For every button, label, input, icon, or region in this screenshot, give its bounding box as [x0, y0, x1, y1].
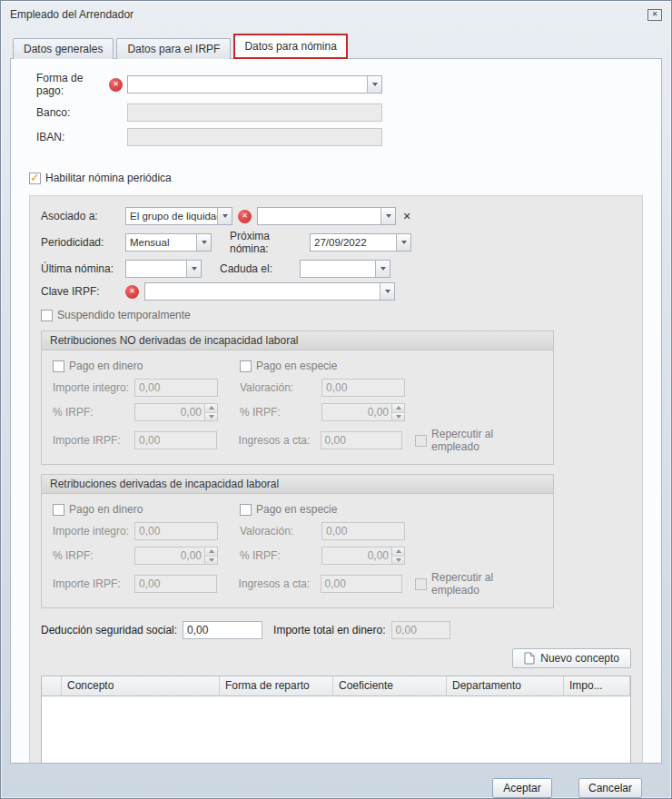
spin-down-icon: [392, 413, 404, 421]
irpf-pct-spinner: 0,00: [321, 403, 405, 421]
pago-dinero-checkbox[interactable]: [53, 504, 64, 516]
error-icon: ✕: [125, 285, 139, 299]
importe-integro-input: 0,00: [134, 379, 218, 397]
asociado-tipo-combo[interactable]: El grupo de liquidación: [125, 207, 232, 225]
clear-icon[interactable]: ✕: [400, 209, 414, 223]
ingresos-cta-label: Ingresos a cta:: [239, 434, 321, 447]
irpf-pct-label: % IRPF:: [53, 549, 134, 562]
close-icon[interactable]: ✕: [647, 9, 662, 21]
periodicidad-label: Periodicidad:: [41, 236, 125, 249]
deduccion-input[interactable]: 0,00: [183, 621, 262, 639]
caduca-el-label: Caduda el:: [220, 262, 300, 275]
pago-dinero-label: Pago en dinero: [69, 503, 143, 516]
irpf-pct-spinner: 0,00: [134, 403, 218, 421]
asociado-label: Asociado a:: [41, 210, 125, 222]
valoracion-input: 0,00: [321, 522, 405, 540]
repercutir-label: Repercutir al empleado: [431, 571, 542, 597]
irpf-pct-label: % IRPF:: [53, 406, 134, 419]
pago-especie-label: Pago en especie: [256, 503, 337, 516]
aceptar-button[interactable]: Aceptar: [492, 778, 552, 798]
banco-input: [127, 104, 382, 122]
caduca-el-datepicker[interactable]: [300, 260, 390, 278]
chevron-down-icon[interactable]: [217, 208, 232, 224]
grid-column-departamento[interactable]: Departamento: [447, 676, 564, 696]
repercutir-checkbox: [415, 578, 427, 590]
valoracion-label: Valoración:: [240, 381, 321, 394]
importe-total-label: Importe total en dinero:: [273, 624, 385, 636]
pago-especie-checkbox[interactable]: [240, 504, 252, 516]
tab-datos-irpf[interactable]: Datos para el IRPF: [116, 38, 231, 59]
irpf-pct-label: % IRPF:: [240, 549, 321, 562]
proxima-nomina-datepicker[interactable]: 27/09/2022: [310, 233, 411, 252]
periodicidad-combo[interactable]: Mensual: [125, 233, 212, 252]
grid-column-importe[interactable]: Impo...: [564, 676, 630, 696]
grid-column-concepto[interactable]: Concepto: [62, 676, 220, 696]
asociado-entidad-combo[interactable]: [257, 207, 396, 225]
iban-label: IBAN:: [36, 131, 64, 143]
suspendido-checkbox[interactable]: [41, 310, 53, 321]
dialog-window: Empleado del Arrendador ✕ Datos generale…: [0, 0, 672, 799]
grid-indicator-header: [42, 676, 62, 696]
habilitar-nomina-checkbox[interactable]: [29, 173, 41, 184]
grid-column-forma-reparto[interactable]: Forma de reparto: [220, 676, 333, 696]
irpf-pct-spinner: 0,00: [321, 547, 405, 565]
repercutir-label: Repercutir al empleado: [431, 428, 542, 453]
importe-total-input: 0,00: [391, 621, 450, 639]
chevron-down-icon[interactable]: [375, 261, 390, 277]
spin-up-icon: [205, 404, 217, 413]
importe-integro-label: Importe integro:: [53, 381, 134, 394]
importe-irpf-input: 0,00: [134, 575, 217, 593]
pago-dinero-checkbox[interactable]: [53, 360, 64, 372]
spin-up-icon: [205, 547, 217, 557]
grid-column-coeficiente[interactable]: Coeficiente: [333, 676, 447, 696]
tab-datos-nomina[interactable]: Datos para nómina: [233, 34, 347, 59]
conceptos-grid: Concepto Forma de reparto Coeficiente De…: [41, 676, 631, 764]
chevron-down-icon[interactable]: [380, 208, 395, 224]
chevron-down-icon[interactable]: [367, 76, 381, 93]
nomina-periodica-panel: Asociado a: El grupo de liquidación ✕ ✕ …: [29, 195, 643, 764]
iban-input: [127, 128, 382, 146]
chevron-down-icon[interactable]: [380, 283, 394, 300]
tab-datos-generales[interactable]: Datos generales: [13, 38, 114, 59]
irpf-pct-spinner: 0,00: [134, 547, 218, 565]
dialog-button-bar: Aceptar Cancelar: [1, 764, 671, 798]
forma-pago-label: Forma de pago:: [36, 72, 109, 97]
chevron-down-icon[interactable]: [196, 234, 211, 251]
titlebar: Empleado del Arrendador ✕: [1, 1, 671, 28]
importe-irpf-label: Importe IRPF:: [53, 577, 134, 590]
tab-strip: Datos generales Datos para el IRPF Datos…: [13, 34, 662, 59]
pago-especie-label: Pago en especie: [256, 360, 337, 372]
clave-irpf-combo[interactable]: [144, 282, 395, 301]
importe-irpf-input: 0,00: [134, 431, 217, 449]
valoracion-input: 0,00: [321, 379, 405, 397]
importe-integro-input: 0,00: [134, 522, 218, 540]
ultima-nomina-combo[interactable]: [125, 260, 202, 278]
spin-up-icon: [392, 404, 404, 413]
importe-irpf-label: Importe IRPF:: [53, 434, 134, 447]
groupbox-title: Retribuciones derivadas de incapacidad l…: [42, 475, 553, 494]
groupbox-retribuciones-incapacidad: Retribuciones derivadas de incapacidad l…: [41, 474, 554, 608]
error-icon: ✕: [238, 210, 252, 223]
chevron-down-icon[interactable]: [186, 261, 201, 277]
ingresos-cta-input: 0,00: [321, 575, 403, 593]
cancelar-button[interactable]: Cancelar: [578, 778, 642, 798]
clave-irpf-label: Clave IRPF:: [41, 285, 125, 298]
grid-body-empty[interactable]: [42, 696, 630, 764]
ultima-nomina-label: Última nómina:: [41, 262, 125, 275]
habilitar-nomina-label: Habilitar nómina periódica: [45, 172, 172, 184]
spin-down-icon: [205, 557, 217, 565]
window-title: Empleado del Arrendador: [10, 8, 133, 21]
banco-label: Banco:: [36, 106, 70, 119]
ingresos-cta-input: 0,00: [321, 431, 403, 449]
chevron-down-icon[interactable]: [396, 234, 410, 251]
spin-down-icon: [392, 557, 404, 565]
proxima-nomina-label: Próxima nómina:: [230, 230, 310, 255]
forma-pago-combo[interactable]: [127, 75, 382, 94]
error-icon: ✕: [109, 78, 123, 92]
pago-dinero-label: Pago en dinero: [69, 360, 143, 372]
ingresos-cta-label: Ingresos a cta:: [239, 577, 321, 590]
pago-especie-checkbox[interactable]: [240, 360, 252, 372]
suspendido-label: Suspendido temporalmente: [57, 309, 191, 321]
nuevo-concepto-button[interactable]: Nuevo concepto: [512, 648, 631, 668]
irpf-pct-label: % IRPF:: [240, 406, 321, 419]
